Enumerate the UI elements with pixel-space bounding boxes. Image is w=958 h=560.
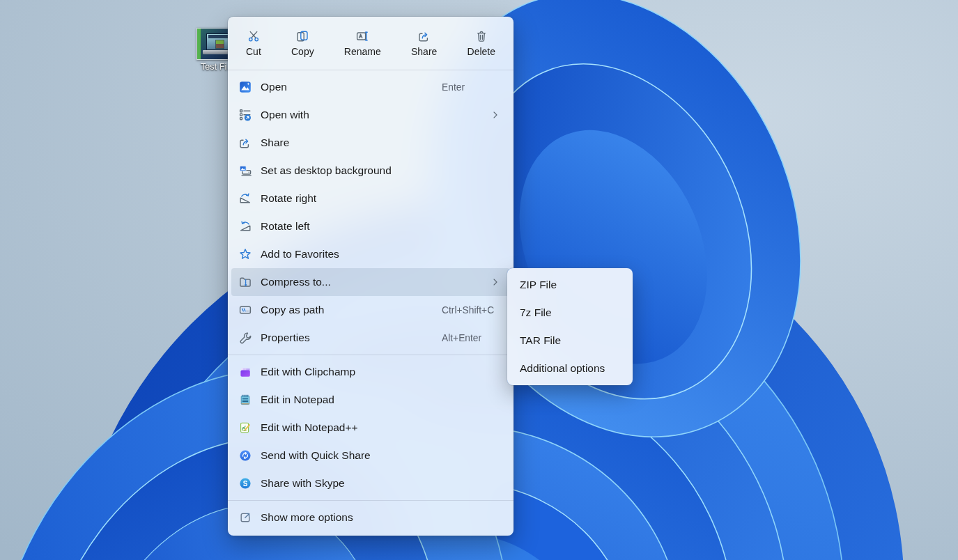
rotate-left-icon xyxy=(238,219,252,233)
menu-item-label: Share with Skype xyxy=(261,477,345,490)
rename-button[interactable]: Rename xyxy=(339,25,387,61)
menu-item-label: Add to Favorites xyxy=(261,248,339,260)
wrench-icon xyxy=(238,331,252,345)
menu-item-rotate-right[interactable]: Rotate right xyxy=(231,185,510,212)
menu-item-label: Show more options xyxy=(261,511,353,524)
menu-item-label: Share xyxy=(261,137,289,149)
menu-item-send-with-quick-share[interactable]: Send with Quick Share xyxy=(231,442,510,469)
submenu-item-label: Additional options xyxy=(520,362,605,375)
copy-as-path-icon xyxy=(238,303,252,317)
menu-item-shortcut: Alt+Enter xyxy=(442,333,481,343)
submenu-item-label: 7z File xyxy=(520,306,552,319)
menu-group-main: Open Enter Open with Share xyxy=(228,70,513,355)
favorites-star-icon xyxy=(238,247,252,261)
copy-button[interactable]: Copy xyxy=(286,25,320,61)
compress-submenu: ZIP File 7z File TAR File Additional opt… xyxy=(507,268,633,385)
menu-item-copy-as-path[interactable]: Copy as path Ctrl+Shift+C xyxy=(231,296,510,324)
menu-item-properties[interactable]: Properties Alt+Enter xyxy=(231,324,510,352)
menu-item-label: Edit with Clipchamp xyxy=(261,366,355,378)
menu-item-label: Open xyxy=(261,81,287,93)
rename-label: Rename xyxy=(344,46,381,57)
delete-icon xyxy=(474,29,488,43)
menu-item-edit-with-clipchamp[interactable]: Edit with Clipchamp xyxy=(231,358,510,386)
menu-item-label: Copy as path xyxy=(261,304,324,316)
menu-item-share[interactable]: Share xyxy=(231,129,510,157)
skype-icon: S xyxy=(238,476,252,490)
quick-share-icon xyxy=(238,449,252,462)
share-icon xyxy=(417,29,431,43)
rename-icon xyxy=(355,29,369,43)
menu-item-share-with-skype[interactable]: S Share with Skype xyxy=(231,469,510,497)
notepad-icon xyxy=(238,393,252,407)
share-button[interactable]: Share xyxy=(405,25,442,61)
menu-item-label: Rotate left xyxy=(261,220,310,233)
menu-item-label: Send with Quick Share xyxy=(261,449,371,462)
share-icon xyxy=(238,136,252,150)
menu-item-label: Properties xyxy=(261,332,310,344)
submenu-item-label: TAR File xyxy=(520,334,561,347)
rotate-right-icon xyxy=(238,192,252,205)
chevron-right-icon xyxy=(490,277,501,288)
delete-label: Delete xyxy=(468,46,495,57)
submenu-item-7z-file[interactable]: 7z File xyxy=(510,299,630,327)
menu-item-open-with[interactable]: Open with xyxy=(231,101,510,129)
menu-item-compress-to[interactable]: Compress to... xyxy=(231,268,510,296)
chevron-right-icon xyxy=(490,109,501,120)
menu-item-add-to-favorites[interactable]: Add to Favorites xyxy=(231,240,510,268)
cut-label: Cut xyxy=(246,46,261,57)
menu-item-label: Open with xyxy=(261,109,309,121)
menu-item-show-more-options[interactable]: Show more options xyxy=(231,504,510,531)
share-label: Share xyxy=(411,46,437,57)
context-menu: Cut Copy Rename Share xyxy=(228,17,513,536)
thumbnail-cube xyxy=(216,40,224,48)
compress-folder-icon xyxy=(238,275,252,289)
open-with-icon xyxy=(238,108,252,122)
cut-icon xyxy=(247,29,261,43)
menu-item-edit-with-notepad-plus-plus[interactable]: Edit with Notepad++ xyxy=(231,414,510,442)
submenu-item-label: ZIP File xyxy=(520,279,557,291)
menu-item-open[interactable]: Open Enter xyxy=(231,73,510,101)
menu-item-label: Rotate right xyxy=(261,192,316,205)
copy-icon xyxy=(295,29,309,43)
notepad-plus-icon xyxy=(238,421,252,435)
menu-group-footer: Show more options xyxy=(228,501,513,534)
delete-button[interactable]: Delete xyxy=(462,25,501,61)
menu-item-label: Compress to... xyxy=(261,276,331,288)
photos-app-icon xyxy=(238,80,252,94)
copy-label: Copy xyxy=(291,46,314,57)
menu-item-edit-in-notepad[interactable]: Edit in Notepad xyxy=(231,386,510,414)
menu-item-shortcut: Enter xyxy=(442,82,465,93)
cut-button[interactable]: Cut xyxy=(240,25,267,61)
context-menu-toolbar: Cut Copy Rename Share xyxy=(228,17,513,70)
show-more-icon xyxy=(238,511,252,524)
svg-text:S: S xyxy=(243,480,248,488)
set-background-icon xyxy=(238,164,252,178)
menu-item-label: Set as desktop background xyxy=(261,164,392,177)
submenu-item-additional-options[interactable]: Additional options xyxy=(510,355,630,382)
menu-group-apps: Edit with Clipchamp Edit in Notepad xyxy=(228,355,513,500)
menu-item-label: Edit with Notepad++ xyxy=(261,421,358,434)
submenu-item-tar-file[interactable]: TAR File xyxy=(510,327,630,355)
menu-item-shortcut: Ctrl+Shift+C xyxy=(442,305,494,316)
submenu-item-zip-file[interactable]: ZIP File xyxy=(510,271,630,299)
menu-item-label: Edit in Notepad xyxy=(261,394,334,406)
clipchamp-icon xyxy=(238,365,252,379)
menu-item-set-as-desktop-background[interactable]: Set as desktop background xyxy=(231,157,510,185)
thumbnail-green-strip xyxy=(197,29,201,59)
menu-item-rotate-left[interactable]: Rotate left xyxy=(231,212,510,240)
